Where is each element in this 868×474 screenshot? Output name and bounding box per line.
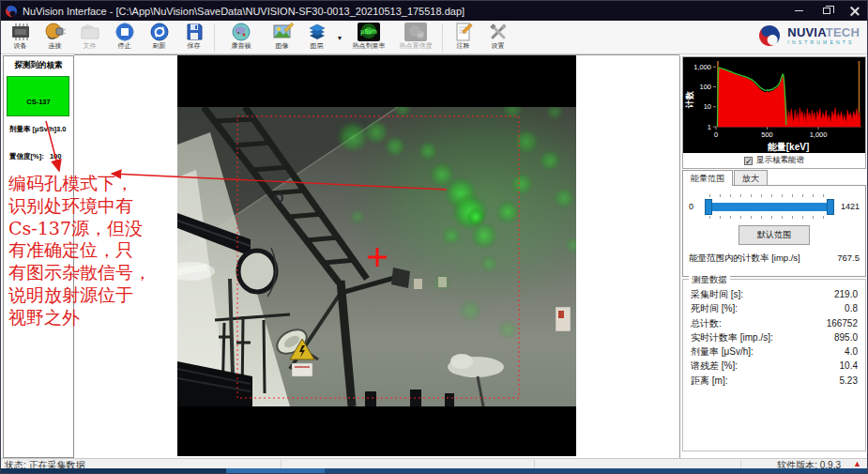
compton-globe-icon (230, 22, 252, 42)
svg-text:10: 10 (704, 102, 711, 111)
layers-icon (306, 22, 328, 42)
measurement-row-dose-rate: 剂量率 [μSv/h]:4.0 (683, 344, 865, 359)
toolbar-hotspot-doserate-button[interactable]: µSv/h 热点剂量率 (345, 22, 392, 54)
status-bar: 状态: 正在采集数据 软件版本: 0.9.3 ▲ (1, 458, 868, 468)
minimize-icon (795, 10, 803, 11)
minimize-button[interactable] (784, 1, 813, 21)
usvh-hotspot-icon: µSv/h (357, 22, 381, 42)
nuvision-window: NuVision Interface - [C:\App\NuVision\Sa… (0, 0, 868, 474)
svg-text:500: 500 (761, 130, 773, 139)
tab-energy-range[interactable]: 能量范围 (682, 170, 733, 186)
folder-icon (79, 22, 101, 42)
toolbar-stop-button[interactable]: 停止 (107, 22, 142, 54)
slider-ticks-bottom (709, 216, 830, 219)
range-min-label: 0 (689, 202, 704, 211)
show-nuclide-spectrum-row[interactable]: ✓ 显示核素能谱 (683, 153, 865, 168)
confidence-hotspot-icon (404, 22, 428, 42)
count-rate-label: 能量范围内的计数率 [imp./s] (689, 252, 800, 265)
svg-text:µSv/h: µSv/h (360, 28, 377, 36)
title-bar: NuVision Interface - [C:\App\NuVision\Sa… (1, 1, 868, 21)
taskbar-strip (1, 468, 868, 474)
nuclide-dose-rate: 剂量率 [μSv/h]3.0 (9, 125, 68, 134)
checkbox-checked-icon[interactable]: ✓ (744, 157, 753, 165)
close-icon (850, 7, 860, 16)
spectrum-y-label: 计数 (685, 90, 694, 109)
svg-text:1,000: 1,000 (693, 63, 711, 71)
spectrum-panel: 计数 能量[keV] 1101001,00005001,000 ✓ 显示核素能谱 (682, 56, 866, 169)
nuviatech-logo: NUVIATECH INSTRUMENTS (757, 23, 860, 48)
slider-handle-left[interactable] (705, 199, 712, 215)
spectrum-chart[interactable]: 计数 能量[keV] 1101001,00005001,000 (683, 57, 865, 153)
toolbar-annotate-button[interactable]: 注释 (446, 22, 480, 54)
measurement-row-total-counts: 总计数:166752 (683, 316, 865, 330)
count-rate-value: 767.5 (837, 252, 860, 265)
nuclide-name: CS-137 (9, 98, 68, 107)
toolbar-save-button[interactable]: 保存 (176, 22, 211, 54)
svg-text:1,000: 1,000 (810, 130, 828, 139)
toolbar-layers-button[interactable]: 图层 (299, 22, 334, 54)
caret-down-icon: ▼ (337, 35, 343, 41)
measurement-row-realtime-count-rate: 实时计数率 [imp./s]:895.0 (683, 330, 865, 344)
toolbar-image-button[interactable]: 图像 (265, 22, 299, 54)
nuclide-confidence: 置信度[%]: 100 (9, 152, 68, 161)
measurement-row-dead-time: 死时间 [%]:0.8 (683, 301, 865, 315)
measurement-row-acquisition-time: 采集时间 [s]:219.0 (683, 287, 865, 301)
window-title: NuVision Interface - [C:\App\NuVision\Sa… (23, 6, 464, 17)
nuviatech-logo-icon (757, 23, 782, 48)
toolbar-separator (214, 23, 215, 52)
toolbar-refresh-button[interactable]: 刷新 (142, 22, 176, 54)
measurement-row-distance: 距离 [m]:5.23 (683, 374, 865, 388)
toolbar: 设备 连接 文件 停止 (1, 21, 868, 54)
chip-icon (9, 22, 32, 42)
energy-range-tabs: 能量范围 放大 0 1421 默认范围 能量范围内的 (682, 170, 866, 277)
image-icon (271, 22, 294, 42)
toolbar-separator (442, 23, 443, 52)
show-nuclide-spectrum-label: 显示核素能谱 (756, 155, 804, 166)
default-range-button[interactable]: 默认范围 (739, 225, 810, 245)
camera-view[interactable] (177, 55, 576, 456)
measurement-row-spectrum-residual: 谱残差 [%]:10.4 (683, 359, 865, 373)
stop-icon (114, 22, 136, 42)
svg-text:0: 0 (714, 130, 718, 139)
tab-zoom[interactable]: 放大 (734, 170, 768, 185)
detected-nuclides-title: 探测到的核素 (4, 56, 73, 71)
close-button[interactable] (841, 1, 868, 21)
note-icon (452, 22, 475, 42)
svg-text:100: 100 (699, 83, 711, 91)
slider-handle-right[interactable] (827, 199, 834, 215)
spectrum-x-label: 能量[keV] (768, 142, 809, 152)
toolbar-file-button[interactable]: 文件 (72, 22, 107, 54)
slider-ticks-top (709, 194, 830, 197)
app-icon (5, 5, 18, 18)
status-separator (534, 460, 535, 468)
slider-selected-range[interactable] (706, 203, 833, 211)
refresh-icon (148, 22, 171, 42)
status-separator (740, 460, 741, 468)
nuclide-card-cs137: CS-137 剂量率 [μSv/h]3.0 置信度[%]: 100 (7, 76, 69, 116)
toolbar-hotspot-confidence-button[interactable]: 热点置信度 (392, 22, 439, 54)
toolbar-connect-button[interactable]: 连接 (38, 22, 72, 54)
layers-dropdown-caret[interactable]: ▼ (334, 22, 345, 54)
toolbar-settings-button[interactable]: 设置 (480, 22, 515, 54)
toolbar-compton-button[interactable]: 康普顿 (218, 22, 265, 54)
maximize-icon (823, 8, 830, 14)
save-icon (183, 22, 206, 42)
detected-nuclides-panel: 探测到的核素 CS-137 剂量率 [μSv/h]3.0 置信度[%]: 100 (3, 55, 74, 458)
measurement-data-title: 测量数据 (689, 274, 730, 286)
svg-text:1: 1 (708, 123, 711, 131)
status-separator (281, 460, 282, 468)
energy-range-tab-content: 0 1421 默认范围 能量范围内的计数率 [imp./s] 767.5 (682, 185, 866, 277)
measurement-data-groupbox: 测量数据 采集时间 [s]:219.0 死时间 [%]:0.8 总计数:1667… (682, 279, 866, 451)
tools-icon (487, 22, 510, 42)
toolbar-device-button[interactable]: 设备 (3, 22, 38, 54)
plug-icon (44, 22, 67, 42)
warning-icon[interactable]: ▲ (853, 459, 861, 468)
range-max-label: 1421 (835, 202, 860, 211)
right-panel: 计数 能量[keV] 1101001,00005001,000 ✓ 显示核素能谱… (679, 55, 868, 458)
maximize-button[interactable] (813, 1, 841, 21)
energy-range-slider[interactable] (706, 193, 833, 220)
